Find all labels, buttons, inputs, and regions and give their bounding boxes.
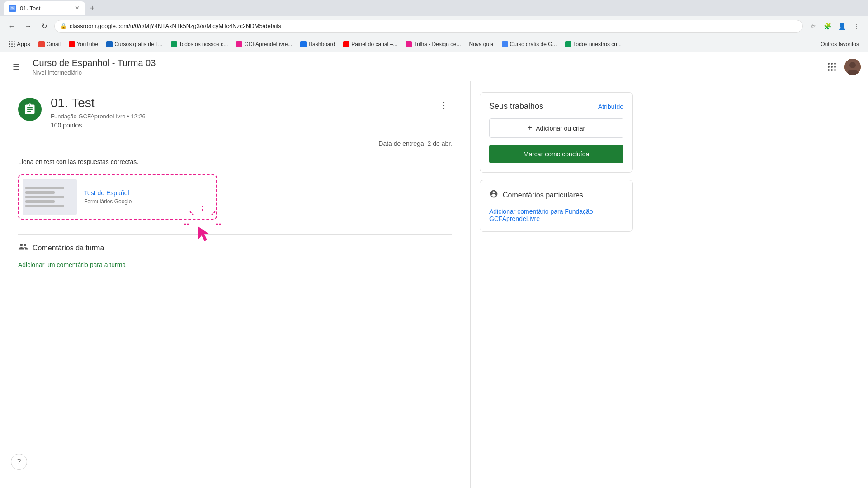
lock-icon: 🔒 [60, 23, 67, 29]
work-card: Seus trabalhos Atribuído + Adicionar ou … [480, 92, 633, 173]
add-class-comment-link[interactable]: Adicionar um comentário para a turma [18, 261, 126, 268]
youtube-favicon [69, 41, 75, 47]
course-info: Curso de Espanhol - Turma 03 Nível Inter… [33, 58, 816, 76]
gcf-favicon [236, 41, 242, 47]
bm-painel[interactable]: Painel do canal –... [340, 40, 401, 48]
right-sidebar: Seus trabalhos Atribuído + Adicionar ou … [470, 81, 642, 488]
extensions-button[interactable]: 🧩 [821, 20, 834, 33]
apps-grid-button[interactable] [823, 58, 841, 76]
mark-done-label: Marcar como concluída [524, 150, 590, 158]
grid-dots-icon [828, 63, 836, 71]
add-private-comment-link[interactable]: Adicionar comentário para Fundação GCFAp… [489, 208, 623, 222]
assignment-area: 01. Test Fundação GCFAprendeLivre • 12:2… [0, 81, 470, 488]
new-tab-button[interactable]: + [86, 2, 99, 14]
bm-youtube-label: YouTube [77, 41, 98, 47]
attachment-name: Test de Español [84, 189, 132, 197]
bm-others-label: Outros favoritos [821, 41, 859, 47]
bm-gmail[interactable]: Gmail [35, 40, 64, 48]
apps-bookmark[interactable]: Apps [5, 40, 34, 48]
thumb-line [25, 205, 64, 207]
bm-others[interactable]: Outros favoritos [817, 40, 863, 48]
thumb-lines [25, 185, 74, 209]
attachment-type: Formulários Google [84, 198, 132, 205]
bm-trilha-label: Trilha - Design de... [414, 41, 461, 47]
bm-curso-gratis[interactable]: Curso gratis de G... [498, 40, 561, 48]
clipboard-icon [24, 103, 36, 116]
page: ☰ Curso de Espanhol - Turma 03 Nível Int… [0, 52, 868, 488]
work-card-title: Seus trabalhos [489, 102, 543, 111]
assignment-header: 01. Test Fundação GCFAprendeLivre • 12:2… [18, 96, 452, 129]
comments-card-header: Comentários particulares [489, 189, 623, 201]
todos2-favicon [565, 41, 571, 47]
attachment-thumbnail [23, 179, 77, 215]
tab-title: 01. Test [20, 5, 71, 12]
bm-nova-guia[interactable]: Nova guia [466, 40, 497, 48]
bm-todos2[interactable]: Todos nuestros cu... [561, 40, 625, 48]
bm-todos2-label: Todos nuestros cu... [573, 41, 622, 47]
private-comments-card: Comentários particulares Adicionar comen… [480, 180, 633, 232]
back-button[interactable]: ← [5, 20, 18, 33]
bm-trilha[interactable]: Trilha - Design de... [402, 40, 464, 48]
bm-gcf[interactable]: GCFAprendeLivre... [232, 40, 296, 48]
user-avatar[interactable] [844, 59, 861, 75]
add-or-create-label: Adicionar ou criar [536, 125, 585, 132]
comments-section: Comentários da turma Adicionar um coment… [18, 234, 452, 268]
comments-header: Comentários da turma [18, 242, 452, 254]
bm-todos1-label: Todos os nossos c... [179, 41, 228, 47]
close-tab-button[interactable]: ✕ [75, 5, 80, 11]
profile-button[interactable]: 👤 [835, 20, 848, 33]
assignment-meta: Fundação GCFAprendeLivre • 12:26 [51, 113, 427, 120]
svg-line-8 [190, 211, 193, 215]
bm-cursos1-label: Cursos gratis de T... [114, 41, 163, 47]
assignment-points: 100 pontos [51, 122, 427, 129]
curso-gratis-favicon [502, 41, 508, 47]
course-title: Curso de Espanhol - Turma 03 [33, 58, 816, 68]
tab-favicon: G [9, 5, 16, 12]
attachment-card[interactable]: Test de Español Formulários Google [18, 174, 217, 220]
add-or-create-button[interactable]: + Adicionar ou criar [489, 118, 623, 138]
plus-icon: + [528, 123, 533, 133]
mark-done-button[interactable]: Marcar como concluída [489, 145, 623, 163]
dashboard-favicon [300, 41, 307, 47]
bookmarks-bar: Apps Gmail YouTube Cursos gratis de T...… [0, 36, 868, 52]
reload-button[interactable]: ↻ [38, 20, 51, 33]
assignment-icon [18, 98, 42, 121]
hamburger-icon: ☰ [13, 62, 20, 72]
bm-nova-guia-label: Nova guia [469, 41, 494, 47]
bm-gmail-label: Gmail [47, 41, 61, 47]
comments-icon [18, 242, 28, 254]
bm-dashboard[interactable]: Dashboard [297, 40, 339, 48]
work-card-header: Seus trabalhos Atribuído [489, 102, 623, 111]
hamburger-menu[interactable]: ☰ [7, 58, 25, 76]
apps-label: Apps [17, 41, 30, 47]
due-date-text: Data de entrega: 2 de abr. [378, 140, 452, 147]
bm-cursos1[interactable]: Cursos gratis de T... [103, 40, 166, 48]
bm-dashboard-label: Dashboard [308, 41, 335, 47]
forward-button[interactable]: → [22, 20, 34, 33]
todos1-favicon [171, 41, 177, 47]
more-button[interactable]: ⋮ [850, 20, 863, 33]
comments-title: Comentários da turma [33, 244, 104, 252]
more-options-button[interactable]: ⋮ [436, 96, 452, 114]
assignment-title-block: 01. Test Fundação GCFAprendeLivre • 12:2… [51, 96, 427, 129]
url-text: classroom.google.com/u/0/c/MjY4NTAxNTk5N… [70, 23, 797, 29]
due-date-row: Data de entrega: 2 de abr. [18, 136, 452, 151]
bookmark-button[interactable]: ☆ [807, 20, 819, 33]
address-actions: ☆ 🧩 👤 ⋮ [807, 20, 863, 33]
cursos1-favicon [106, 41, 113, 47]
top-nav-actions [823, 58, 861, 76]
address-bar: ← → ↻ 🔒 classroom.google.com/u/0/c/MjY4N… [0, 16, 868, 36]
bm-todos1[interactable]: Todos os nossos c... [167, 40, 232, 48]
work-status-badge: Atribuído [598, 103, 623, 110]
trilha-favicon [406, 41, 412, 47]
thumb-line [25, 187, 64, 189]
active-tab[interactable]: G 01. Test ✕ [4, 1, 85, 15]
main-content: 01. Test Fundação GCFAprendeLivre • 12:2… [0, 81, 868, 488]
tab-bar: G 01. Test ✕ + [0, 0, 868, 16]
url-bar[interactable]: 🔒 classroom.google.com/u/0/c/MjY4NTAxNTk… [54, 20, 803, 33]
svg-point-3 [849, 62, 856, 68]
bm-youtube[interactable]: YouTube [65, 40, 102, 48]
svg-line-6 [212, 211, 215, 215]
bm-curso-gratis-label: Curso gratis de G... [510, 41, 557, 47]
course-subtitle: Nível Intermediário [33, 69, 816, 76]
